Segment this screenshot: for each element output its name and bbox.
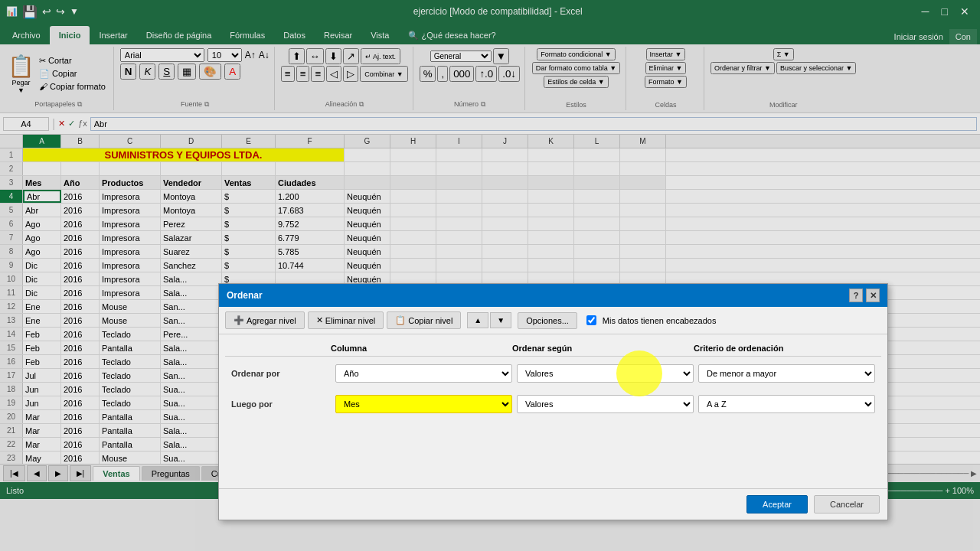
sort-row-1-sortby[interactable]: Valores Color de celda Color de fuente I…: [517, 364, 694, 383]
accept-button[interactable]: Aceptar: [746, 495, 808, 514]
copy-level-icon: 📋: [395, 315, 406, 325]
sort-row-1-order[interactable]: De menor a mayor De mayor a menor Lista …: [698, 364, 875, 383]
dialog-content: Columna Ordenar según Criterio de ordena…: [219, 334, 887, 488]
sort-row-2-column[interactable]: Mes Año Productos Vendedor Ventas Ciudad…: [335, 395, 512, 413]
level-up-arrow[interactable]: ▲: [467, 312, 488, 328]
options-button[interactable]: Opciones...: [518, 312, 577, 329]
dialog-title-icons: ? ✕: [849, 289, 880, 302]
dialog-table-header: Columna Ordenar según Criterio de ordena…: [225, 341, 881, 357]
add-level-button[interactable]: ➕ Agregar nivel: [225, 311, 305, 329]
sort-row-1-label: Ordenar por: [231, 369, 331, 378]
dialog-empty-space: [225, 421, 881, 482]
level-nav-arrows: ▲ ▼: [467, 312, 511, 328]
col-header-column: Columna: [331, 344, 512, 353]
copy-level-button[interactable]: 📋 Copiar nivel: [387, 311, 461, 329]
headers-checkbox-area: Mis datos tienen encabezados: [586, 315, 717, 325]
dialog-close-icon[interactable]: ✕: [866, 289, 880, 302]
col-header-sort-by: Ordenar según: [512, 344, 694, 353]
sort-row-2-sortby[interactable]: Valores Color de celda Color de fuente I…: [517, 395, 694, 413]
sort-row-2: Luego por Mes Año Productos Vendedor Ven…: [225, 390, 881, 418]
dialog-title-bar: Ordenar ? ✕: [219, 284, 887, 307]
col-header-order: Criterio de ordenación: [694, 344, 875, 353]
sort-row-1-column[interactable]: Año Mes Productos Vendedor Ventas Ciudad…: [335, 364, 512, 383]
delete-level-icon: ✕: [316, 315, 323, 325]
sort-row-2-label: Luego por: [231, 399, 331, 409]
sort-row-2-order[interactable]: A a Z Z a A Lista personalizada...: [698, 395, 875, 413]
headers-checkbox[interactable]: [586, 315, 596, 325]
col-header-empty: [231, 344, 331, 353]
dialog-footer: Aceptar Cancelar: [219, 488, 887, 520]
dialog-toolbar: ➕ Agregar nivel ✕ Eliminar nivel 📋 Copia…: [219, 307, 887, 334]
sort-dialog: Ordenar ? ✕ ➕ Agregar nivel ✕ Eliminar n…: [218, 283, 888, 520]
delete-level-button[interactable]: ✕ Eliminar nivel: [308, 311, 384, 329]
level-down-arrow[interactable]: ▼: [490, 312, 511, 328]
dialog-help-icon[interactable]: ?: [849, 289, 863, 302]
sort-row-1: Ordenar por Año Mes Productos Vendedor V…: [225, 360, 881, 387]
dialog-overlay: Ordenar ? ✕ ➕ Agregar nivel ✕ Eliminar n…: [0, 0, 980, 551]
dialog-title: Ordenar: [227, 290, 263, 301]
cancel-button[interactable]: Cancelar: [814, 495, 880, 514]
add-level-icon: ➕: [234, 315, 244, 325]
